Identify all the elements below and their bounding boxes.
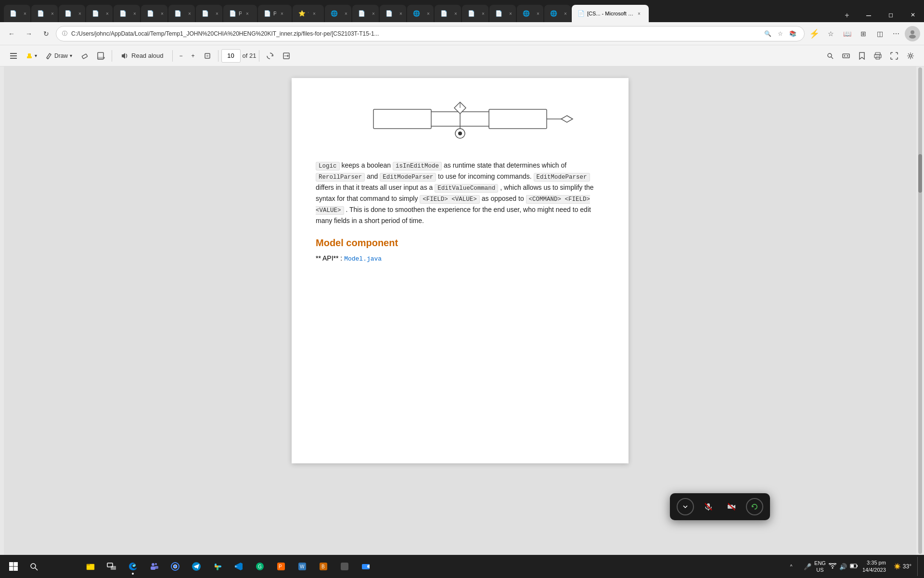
tab-6[interactable]: 📄Pr...× [141, 5, 167, 22]
fit-page-button[interactable] [200, 48, 215, 64]
tab-close-11[interactable]: × [310, 10, 318, 17]
search-icon[interactable]: 🔍 [762, 28, 773, 39]
tab-close-16[interactable]: × [452, 10, 460, 17]
tab-close-6[interactable]: × [158, 10, 166, 17]
tab-close-8[interactable]: × [213, 10, 221, 17]
zoom-in-button[interactable]: + [188, 48, 199, 64]
more-tools-button[interactable]: ⋯ [888, 26, 904, 41]
tray-microphone-icon[interactable]: 🎤 [804, 563, 811, 570]
media-expand-button[interactable] [677, 498, 694, 515]
forward-button[interactable]: → [21, 26, 37, 41]
back-button[interactable]: ← [4, 26, 19, 41]
taskbar-chrome[interactable] [166, 557, 185, 576]
tab-18[interactable]: 📄[C...× [489, 5, 516, 22]
refresh-button[interactable]: ↻ [38, 26, 54, 41]
tab-close-1[interactable]: × [21, 10, 29, 17]
tab-8[interactable]: 📄Pr...× [196, 5, 222, 22]
taskbar-app-12[interactable] [335, 557, 354, 576]
text-note-button[interactable] [93, 48, 109, 64]
tab-close-19[interactable]: × [534, 10, 542, 17]
tray-wifi-icon[interactable] [829, 563, 836, 570]
split-screen-button[interactable]: ⊞ [856, 26, 871, 41]
taskbar-file-explorer[interactable] [81, 557, 100, 576]
taskbar-edge[interactable] [123, 557, 142, 576]
tab-3[interactable]: 📄Le...× [59, 5, 85, 22]
tab-13[interactable]: 📄[C...× [352, 5, 379, 22]
tab-17[interactable]: 📄PDF× [462, 5, 488, 22]
taskbar-clock[interactable]: 3:35 pm 14/4/2023 [860, 559, 888, 574]
print-button[interactable] [870, 48, 886, 64]
fullscreen-button[interactable] [886, 48, 902, 64]
tab-close-15[interactable]: × [424, 10, 432, 17]
tab-1[interactable]: 📄Le...× [4, 5, 30, 22]
tab-19[interactable]: 🌐ht...× [517, 5, 543, 22]
taskbar-app-8[interactable]: G [250, 557, 270, 576]
taskbar-app-11[interactable]: B [314, 557, 333, 576]
api-link[interactable]: Model.java [344, 255, 382, 263]
weather-widget[interactable]: ☀️ 33° [891, 563, 914, 570]
profile-button[interactable] [905, 26, 920, 41]
tab-close-2[interactable]: × [49, 10, 56, 17]
immersive-reader-button[interactable] [838, 48, 854, 64]
system-tray-overflow[interactable]: ^ [782, 557, 801, 576]
tab-close-10[interactable]: × [278, 10, 286, 17]
tab-2[interactable]: 📄Le...× [31, 5, 58, 22]
tab-close-12[interactable]: × [342, 10, 350, 17]
tab-close-7[interactable]: × [186, 10, 193, 17]
vertical-scrollbar[interactable] [916, 66, 924, 555]
highlight-dropdown-button[interactable]: ▾ [22, 48, 41, 64]
restore-button[interactable]: ◻ [880, 8, 902, 22]
sidebar-toggle-button[interactable]: ◫ [872, 26, 887, 41]
taskbar-app-9[interactable]: P [271, 557, 291, 576]
tab-4[interactable]: 📄Le...× [86, 5, 113, 22]
tab-close-14[interactable]: × [397, 10, 405, 17]
new-tab-button[interactable]: + [840, 9, 854, 22]
tab-10[interactable]: 📄PDF L0× [258, 5, 292, 22]
copilot-button[interactable]: ⚡ [807, 26, 822, 41]
minimize-button[interactable]: – [858, 8, 880, 22]
close-button[interactable]: ✕ [902, 8, 924, 22]
collections-button[interactable]: 📖 [839, 26, 855, 41]
tab-15[interactable]: 🌐ht...× [407, 5, 434, 22]
tab-20[interactable]: 🌐ht...× [544, 5, 571, 22]
mute-camera-button[interactable] [723, 498, 740, 515]
page-number-input[interactable]: 10 [221, 49, 241, 63]
draw-button[interactable]: Draw ▾ [42, 48, 76, 64]
taskbar-telegram[interactable] [187, 557, 206, 576]
tray-battery-icon[interactable] [850, 563, 858, 570]
tab-5[interactable]: 📄Le...× [114, 5, 140, 22]
tab-12[interactable]: 🌐ht...× [325, 5, 351, 22]
tab-16[interactable]: 📄[C...× [435, 5, 461, 22]
tab-7[interactable]: 📄ER...× [168, 5, 195, 22]
collections-icon[interactable]: 📚 [787, 28, 798, 39]
read-aloud-button[interactable]: Read aloud [115, 48, 169, 64]
tab-close-4[interactable]: × [103, 10, 111, 17]
tab-close-21[interactable]: × [635, 10, 643, 17]
media-refresh-button[interactable] [746, 498, 763, 515]
tab-close-9[interactable]: × [244, 10, 251, 17]
language-indicator[interactable]: ENG US [814, 560, 826, 574]
zoom-out-button[interactable]: − [176, 48, 187, 64]
taskbar-zoom[interactable] [356, 557, 375, 576]
show-desktop-button[interactable] [917, 557, 920, 576]
mute-microphone-button[interactable] [700, 498, 717, 515]
pdf-viewport[interactable]: Logic keeps a boolean isInEditMode as ru… [4, 66, 916, 555]
panel-toggle-button[interactable] [6, 48, 21, 64]
tab-close-18[interactable]: × [507, 10, 514, 17]
scrollbar-thumb[interactable] [918, 154, 922, 193]
eraser-button[interactable] [77, 48, 92, 64]
search-button[interactable] [823, 48, 837, 64]
tab-close-17[interactable]: × [479, 10, 487, 17]
tab-close-13[interactable]: × [370, 10, 377, 17]
favorites-icon[interactable]: ☆ [774, 28, 786, 39]
tray-volume-icon[interactable]: 🔊 [839, 563, 847, 570]
taskbar-teams[interactable] [144, 557, 164, 576]
bookmarks-button[interactable] [855, 48, 869, 64]
tab-21-active[interactable]: 📄[CS... - Microsoft Edge× [572, 5, 649, 22]
tab-close-3[interactable]: × [76, 10, 84, 17]
tab-close-5[interactable]: × [131, 10, 139, 17]
taskbar-app-10[interactable]: W [293, 557, 312, 576]
settings-button[interactable] [903, 48, 918, 64]
tab-close-20[interactable]: × [562, 10, 569, 17]
taskbar-vscode[interactable] [229, 557, 248, 576]
